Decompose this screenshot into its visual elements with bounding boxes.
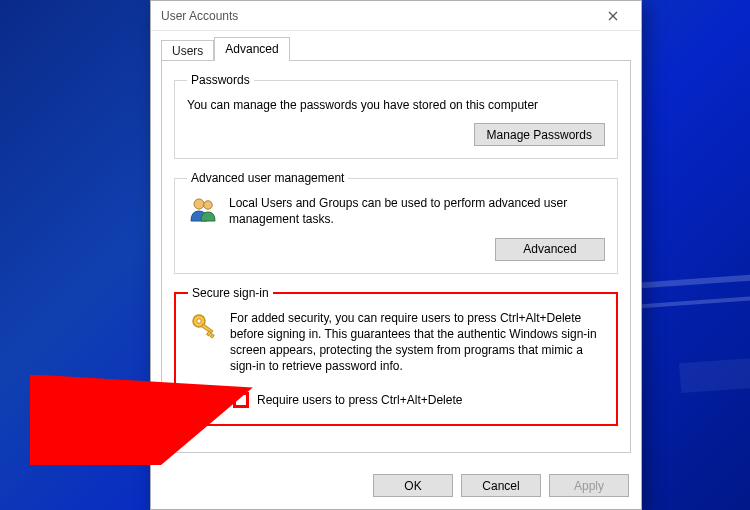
secure-signin-legend: Secure sign-in: [188, 286, 273, 300]
bg-streak: [630, 295, 750, 309]
secure-signin-group: Secure sign-in For added security, you c…: [174, 286, 618, 427]
titlebar: User Accounts: [151, 1, 641, 31]
require-ctrl-alt-delete-checkbox[interactable]: [234, 393, 248, 407]
ok-button[interactable]: OK: [373, 474, 453, 497]
advanced-mgmt-group: Advanced user management Local Users and…: [174, 171, 618, 273]
svg-rect-7: [207, 331, 211, 336]
close-button[interactable]: [593, 5, 633, 27]
secure-signin-desc: For added security, you can require user…: [230, 310, 604, 375]
tab-strip: Users Advanced: [151, 31, 641, 61]
advanced-mgmt-desc: Local Users and Groups can be used to pe…: [229, 195, 605, 227]
require-ctrl-alt-delete-label: Require users to press Ctrl+Alt+Delete: [257, 393, 462, 407]
window-title: User Accounts: [161, 9, 593, 23]
dialog-footer: OK Cancel Apply: [151, 464, 641, 509]
tab-panel-advanced: Passwords You can manage the passwords y…: [161, 60, 631, 453]
apply-button[interactable]: Apply: [549, 474, 629, 497]
passwords-legend: Passwords: [187, 73, 254, 87]
svg-point-2: [194, 199, 204, 209]
tab-users[interactable]: Users: [161, 40, 214, 62]
svg-rect-8: [210, 334, 214, 338]
user-accounts-dialog: User Accounts Users Advanced Passwords Y…: [150, 0, 642, 510]
close-icon: [608, 11, 618, 21]
manage-passwords-button[interactable]: Manage Passwords: [474, 123, 605, 146]
cancel-button[interactable]: Cancel: [461, 474, 541, 497]
passwords-desc: You can manage the passwords you have st…: [187, 97, 605, 113]
svg-point-5: [197, 318, 201, 322]
svg-point-3: [204, 201, 212, 209]
advanced-button[interactable]: Advanced: [495, 238, 605, 261]
key-icon: [188, 310, 220, 340]
bg-streak: [679, 357, 750, 393]
advanced-mgmt-legend: Advanced user management: [187, 171, 348, 185]
tab-advanced[interactable]: Advanced: [214, 37, 289, 61]
users-icon: [187, 195, 219, 223]
passwords-group: Passwords You can manage the passwords y…: [174, 73, 618, 159]
